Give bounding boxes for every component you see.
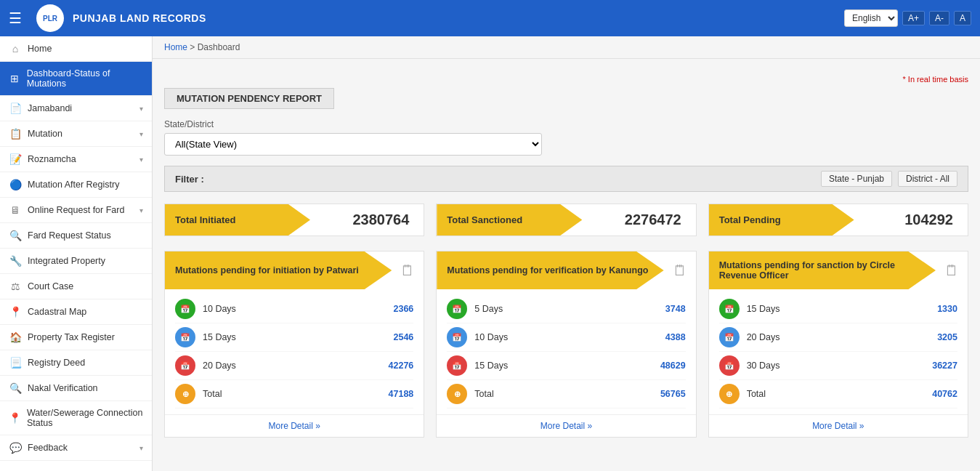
home-icon: ⌂ [9, 43, 22, 55]
pending-row-item: 📅 20 Days 3205 [719, 323, 957, 352]
state-district-select[interactable]: All(State View) [164, 133, 542, 156]
day-value: 56765 [660, 389, 686, 399]
sidebar-item-registry-deed[interactable]: 📃 Registry Deed [0, 350, 152, 376]
sidebar-item-roznamcha[interactable]: 📝 Roznamcha ▾ [0, 147, 152, 172]
feedback-icon: 💬 [9, 442, 22, 454]
sidebar-item-dashboard[interactable]: ⊞ Dashboard-Status of Mutations [0, 62, 152, 96]
day-abbrev: 📅 [724, 305, 734, 314]
more-detail-link[interactable]: More Detail » [709, 414, 968, 437]
pending-card: Mutations pending for verification by Ka… [436, 251, 696, 438]
day-abbrev: 📅 [724, 333, 734, 342]
main-content: Home > Dashboard * In real time basis MU… [153, 36, 980, 471]
font-decrease-button[interactable]: A- [929, 11, 949, 25]
main-inner: * In real time basis MUTATION PENDENCY R… [153, 66, 980, 446]
registry-deed-icon: 📃 [9, 357, 22, 369]
nakal-verification-icon: 🔍 [9, 382, 22, 394]
day-icon: 📅 [719, 327, 740, 347]
sidebar: ⌂ Home ⊞ Dashboard-Status of Mutations 📄… [0, 36, 153, 471]
day-label: 15 Days [747, 304, 931, 314]
sidebar-label-registry-deed: Registry Deed [28, 358, 85, 368]
day-value: 4388 [665, 332, 686, 342]
document-icon: 🗒 [673, 262, 687, 279]
day-icon: ⊕ [719, 384, 740, 404]
day-abbrev: ⊕ [182, 390, 189, 399]
day-icon: 📅 [175, 327, 195, 347]
hamburger-icon[interactable]: ☰ [9, 9, 22, 27]
day-label: 20 Days [747, 332, 931, 342]
sidebar-label-feedback: Feedback [28, 443, 68, 453]
day-value: 48629 [660, 361, 686, 371]
chevron-down-icon: ▾ [139, 105, 143, 113]
sidebar-label-online-fard: Online Request for Fard [28, 205, 124, 215]
day-icon: 📅 [447, 355, 467, 376]
sidebar-item-online-fard[interactable]: 🖥 Online Request for Fard ▾ [0, 198, 152, 223]
sidebar-label-home: Home [28, 44, 52, 54]
sidebar-label-dashboard: Dashboard-Status of Mutations [27, 68, 143, 89]
sidebar-item-mutation[interactable]: 📋 Mutation ▾ [0, 121, 152, 147]
fard-status-icon: 🔍 [9, 230, 22, 241]
stats-row: Total Initiated 2380764 Total Sanctioned… [164, 204, 968, 236]
sidebar-label-roznamcha: Roznamcha [28, 154, 76, 164]
stat-label: Total Initiated [165, 204, 310, 236]
pending-card-body: 📅 10 Days 2366 📅 15 Days 2546 📅 20 Days … [165, 289, 424, 414]
sidebar-item-feedback[interactable]: 💬 Feedback ▾ [0, 435, 152, 461]
stat-label: Total Pending [709, 204, 854, 236]
cadastral-map-icon: 📍 [9, 306, 22, 318]
pending-row-item: 📅 15 Days 2546 [175, 323, 413, 352]
breadcrumb-home[interactable]: Home [164, 42, 187, 52]
stat-card-total-sanctioned: Total Sanctioned 2276472 [436, 204, 696, 236]
sidebar-label-jamabandi: Jamabandi [28, 103, 72, 113]
language-select[interactable]: English ਪੰਜਾਬੀ [844, 9, 898, 27]
sidebar-item-water-sewerage[interactable]: 📍 Water/Sewerage Connection Status [0, 401, 152, 435]
document-icon: 🗒 [400, 262, 415, 279]
stat-label: Total Sanctioned [437, 204, 582, 236]
day-icon: 📅 [719, 299, 740, 319]
day-abbrev: ⊕ [726, 390, 732, 399]
stat-card-total-initiated: Total Initiated 2380764 [164, 204, 424, 236]
day-abbrev: 📅 [724, 361, 734, 371]
day-icon: ⊕ [447, 384, 467, 404]
pending-card-body: 📅 15 Days 1330 📅 20 Days 3205 📅 30 Days … [709, 289, 968, 414]
sidebar-label-nakal-verification: Nakal Verification [28, 383, 98, 393]
header: ☰ PLR PUNJAB LAND RECORDS English ਪੰਜਾਬੀ… [0, 0, 980, 36]
day-value: 47188 [389, 389, 414, 399]
pending-card-header: Mutations pending for initiation by Patw… [165, 251, 392, 289]
pending-row-item: 📅 30 Days 36227 [719, 352, 957, 380]
sidebar-item-mutation-registry[interactable]: 🔵 Mutation After Registry [0, 172, 152, 198]
doc-icon-wrap: 🗒 [936, 251, 968, 289]
sidebar-item-home[interactable]: ⌂ Home [0, 36, 152, 62]
document-icon: 🗒 [944, 262, 959, 279]
sidebar-item-jamabandi[interactable]: 📄 Jamabandi ▾ [0, 96, 152, 121]
doc-icon-wrap: 🗒 [664, 251, 696, 289]
pending-card: Mutations pending for sanction by Circle… [708, 251, 968, 438]
sidebar-item-property-tax[interactable]: 🏠 Property Tax Register [0, 325, 152, 350]
sidebar-item-nakal-verification[interactable]: 🔍 Nakal Verification [0, 376, 152, 401]
mutation-registry-icon: 🔵 [9, 179, 22, 190]
sidebar-item-cadastral-map[interactable]: 📍 Cadastral Map [0, 299, 152, 325]
day-label: 15 Days [203, 332, 386, 342]
sidebar-label-court-case: Court Case [28, 281, 73, 291]
day-label: Total [747, 389, 926, 399]
pending-cards-row: Mutations pending for initiation by Patw… [164, 251, 968, 438]
sidebar-label-fard-status: Fard Request Status [28, 230, 111, 241]
day-value: 3748 [665, 304, 686, 314]
integrated-property-icon: 🔧 [9, 255, 22, 267]
jamabandi-icon: 📄 [9, 102, 22, 114]
font-increase-button[interactable]: A+ [902, 11, 925, 25]
pending-row-item: 📅 15 Days 48629 [447, 352, 685, 380]
sidebar-label-property-tax: Property Tax Register [28, 332, 115, 342]
realtime-note: * In real time basis [164, 75, 968, 84]
sidebar-item-fard-status[interactable]: 🔍 Fard Request Status [0, 223, 152, 249]
more-detail-link[interactable]: More Detail » [165, 414, 424, 437]
pending-row-item: 📅 20 Days 42276 [175, 352, 413, 380]
day-abbrev: 📅 [452, 333, 462, 342]
day-icon: ⊕ [175, 384, 195, 404]
sidebar-item-court-case[interactable]: ⚖ Court Case [0, 274, 152, 299]
sidebar-item-integrated-property[interactable]: 🔧 Integrated Property [0, 249, 152, 274]
filter-pills: State - Punjab District - All [821, 171, 957, 187]
chevron-down-icon: ▾ [139, 130, 143, 138]
font-reset-button[interactable]: A [954, 11, 971, 25]
more-detail-link[interactable]: More Detail » [437, 414, 695, 437]
layout: ⌂ Home ⊞ Dashboard-Status of Mutations 📄… [0, 36, 980, 471]
pending-card-body: 📅 5 Days 3748 📅 10 Days 4388 📅 15 Days 4… [437, 289, 695, 414]
